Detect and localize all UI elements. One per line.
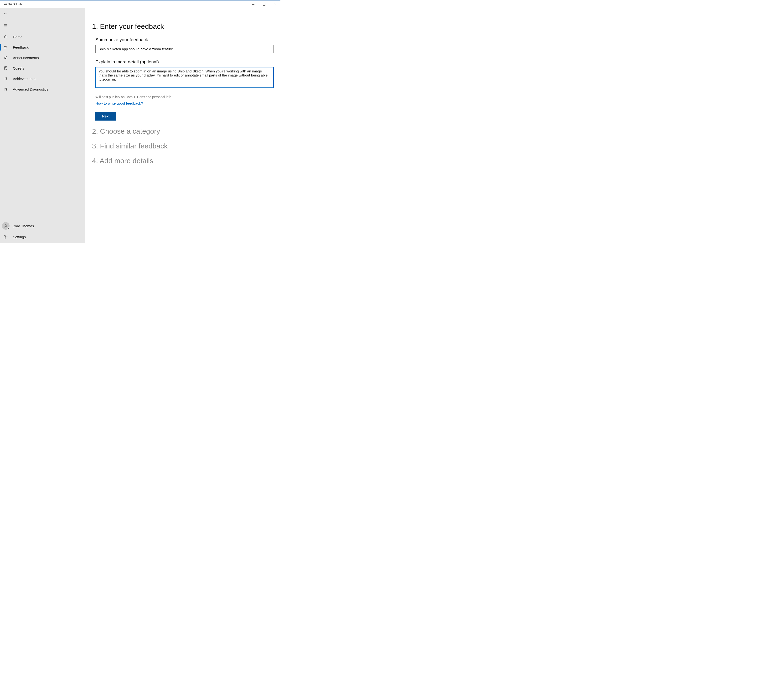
minimize-icon bbox=[252, 3, 254, 6]
close-icon bbox=[274, 3, 276, 6]
sidebar: Home Feedback Announcements bbox=[0, 8, 85, 243]
detail-label: Explain in more detail (optional) bbox=[95, 59, 274, 65]
hamburger-icon bbox=[3, 23, 8, 27]
avatar: + bbox=[2, 222, 9, 230]
main-content: 1. Enter your feedback Summarize your fe… bbox=[85, 8, 281, 243]
close-button[interactable] bbox=[270, 0, 281, 8]
user-display-name: Cora Thomas bbox=[13, 224, 34, 228]
sidebar-item-settings[interactable]: Settings bbox=[0, 231, 85, 242]
maximize-icon bbox=[263, 3, 265, 6]
svg-point-11 bbox=[5, 77, 7, 79]
user-account-item[interactable]: + Cora Thomas bbox=[0, 220, 85, 231]
plus-badge-icon: + bbox=[7, 227, 10, 230]
back-arrow-icon bbox=[3, 12, 8, 16]
gear-icon bbox=[0, 235, 11, 239]
nav-label: Quests bbox=[11, 66, 24, 70]
step3-heading: 3. Find similar feedback bbox=[92, 142, 274, 150]
summary-label: Summarize your feedback bbox=[95, 37, 274, 42]
window-caption-group bbox=[248, 0, 281, 8]
summary-input[interactable] bbox=[95, 45, 274, 53]
nav-label: Achievements bbox=[11, 77, 35, 81]
sidebar-item-announcements[interactable]: Announcements bbox=[0, 52, 85, 63]
svg-point-13 bbox=[5, 236, 6, 238]
maximize-button[interactable] bbox=[259, 0, 270, 8]
megaphone-icon bbox=[0, 55, 11, 60]
privacy-note: Will post publicly as Cora T. Don't add … bbox=[95, 95, 274, 99]
svg-rect-1 bbox=[263, 3, 265, 5]
summary-field-block: Summarize your feedback bbox=[95, 37, 274, 53]
step4-heading: 4. Add more details bbox=[92, 157, 274, 165]
nav-label: Home bbox=[11, 35, 22, 39]
step2-heading: 2. Choose a category bbox=[92, 127, 274, 135]
minimize-button[interactable] bbox=[248, 0, 259, 8]
sidebar-bottom: + Cora Thomas Settings bbox=[0, 220, 85, 243]
nav-toggle-button[interactable] bbox=[0, 19, 11, 31]
svg-point-10 bbox=[6, 69, 7, 69]
sidebar-item-feedback[interactable]: Feedback bbox=[0, 42, 85, 52]
sidebar-item-home[interactable]: Home bbox=[0, 31, 85, 42]
nav-label: Announcements bbox=[11, 56, 39, 60]
nav-list: Home Feedback Announcements bbox=[0, 31, 85, 94]
detail-field-block: Explain in more detail (optional) bbox=[95, 59, 274, 89]
nav-label: Advanced Diagnostics bbox=[11, 87, 48, 91]
next-button[interactable]: Next bbox=[95, 112, 116, 121]
app-body: Home Feedback Announcements bbox=[0, 8, 281, 243]
award-icon bbox=[0, 77, 11, 81]
sidebar-top bbox=[0, 8, 85, 31]
help-link[interactable]: How to write good feedback? bbox=[95, 101, 143, 105]
detail-textarea[interactable] bbox=[95, 67, 274, 88]
svg-point-12 bbox=[5, 224, 6, 226]
app-title: Feedback Hub bbox=[0, 3, 22, 6]
settings-label: Settings bbox=[11, 235, 26, 239]
nav-label: Feedback bbox=[11, 45, 28, 49]
quests-icon bbox=[0, 66, 11, 70]
titlebar: Feedback Hub bbox=[0, 0, 281, 8]
feedback-icon bbox=[0, 45, 11, 49]
home-icon bbox=[0, 35, 11, 39]
svg-point-7 bbox=[5, 46, 6, 47]
person-icon bbox=[3, 224, 8, 228]
sidebar-item-quests[interactable]: Quests bbox=[0, 63, 85, 73]
step1-heading: 1. Enter your feedback bbox=[92, 22, 274, 30]
app-window: Feedback Hub bbox=[0, 0, 281, 243]
back-button[interactable] bbox=[0, 8, 11, 19]
diagnostics-icon bbox=[0, 87, 11, 91]
sidebar-item-advanced-diagnostics[interactable]: Advanced Diagnostics bbox=[0, 84, 85, 94]
sidebar-item-achievements[interactable]: Achievements bbox=[0, 73, 85, 84]
svg-point-8 bbox=[6, 46, 7, 47]
